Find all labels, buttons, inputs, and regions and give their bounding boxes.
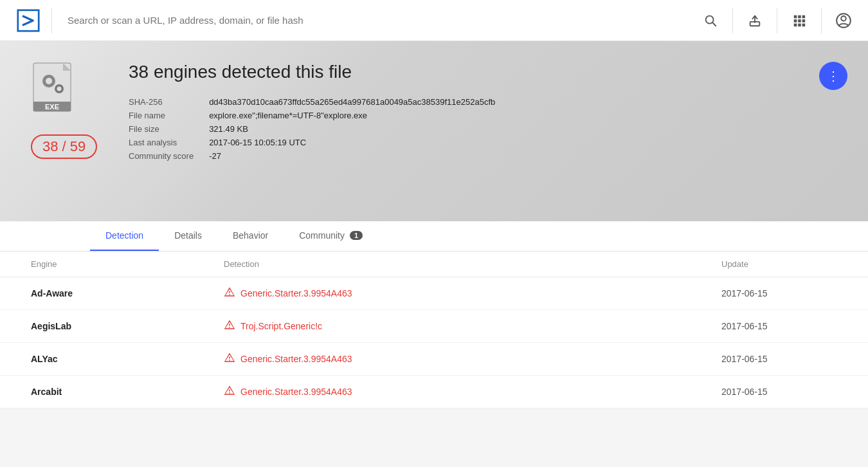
svg-rect-0 bbox=[18, 10, 39, 30]
filesize-label: File size bbox=[129, 122, 209, 136]
tab-community[interactable]: Community 1 bbox=[284, 221, 378, 251]
header-actions bbox=[696, 6, 858, 35]
grid-icon bbox=[792, 14, 806, 28]
svg-rect-12 bbox=[798, 23, 801, 26]
search-button[interactable] bbox=[696, 6, 725, 35]
detection-table: Engine Detection Update Ad-Aware Generic… bbox=[0, 252, 868, 408]
tab-detection-label: Detection bbox=[105, 230, 143, 241]
svg-rect-6 bbox=[798, 15, 801, 18]
table-row: Ad-Aware Generic.Starter.3.9954A463 2017… bbox=[0, 277, 868, 310]
community-badge: 1 bbox=[350, 231, 363, 240]
tabs-bar: Detection Details Behavior Community 1 bbox=[0, 221, 868, 252]
tab-behavior[interactable]: Behavior bbox=[217, 221, 284, 251]
table-row: AegisLab Troj.Script.Generic!c 2017-06-1… bbox=[0, 310, 868, 343]
engine-name: AegisLab bbox=[31, 321, 224, 331]
svg-text:EXE: EXE bbox=[45, 103, 59, 111]
svg-rect-11 bbox=[794, 23, 797, 26]
col-update: Update bbox=[721, 259, 837, 269]
sha256-value: dd43ba370d10caa673ffdc55a265ed4a997681a0… bbox=[209, 95, 495, 109]
search-icon bbox=[703, 14, 718, 28]
divider bbox=[732, 8, 733, 33]
filename-label: File name bbox=[129, 109, 209, 122]
svg-rect-7 bbox=[802, 15, 806, 18]
svg-rect-8 bbox=[794, 19, 797, 23]
tab-detection[interactable]: Detection bbox=[90, 221, 159, 251]
update-date: 2017-06-15 bbox=[721, 387, 837, 397]
table-header: Engine Detection Update bbox=[0, 252, 868, 277]
engine-name: Arcabit bbox=[31, 387, 224, 397]
file-icon-area: EXE bbox=[31, 62, 82, 125]
account-button[interactable] bbox=[829, 6, 858, 35]
svg-rect-5 bbox=[794, 15, 797, 18]
header-divider bbox=[51, 8, 52, 33]
col-engine: Engine bbox=[31, 259, 224, 269]
detection-cell: Troj.Script.Generic!c bbox=[224, 319, 721, 333]
hero-section: EXE 38 / 59 38 engines detected this fil… bbox=[0, 41, 868, 221]
search-input[interactable] bbox=[68, 15, 686, 26]
svg-rect-13 bbox=[802, 23, 806, 26]
svg-point-15 bbox=[841, 15, 846, 21]
meta-table: SHA-256 dd43ba370d10caa673ffdc55a265ed4a… bbox=[129, 95, 495, 163]
exe-file-icon: EXE bbox=[31, 62, 82, 123]
filesize-value: 321.49 KB bbox=[209, 122, 495, 136]
tab-details[interactable]: Details bbox=[159, 221, 217, 251]
table-row: ALYac Generic.Starter.3.9954A463 2017-06… bbox=[0, 343, 868, 376]
hero-info: 38 engines detected this file SHA-256 dd… bbox=[103, 62, 837, 163]
warning-icon bbox=[224, 319, 235, 333]
sha256-label: SHA-256 bbox=[129, 95, 209, 109]
detection-cell: Generic.Starter.3.9954A463 bbox=[224, 385, 721, 399]
col-detection: Detection bbox=[224, 259, 721, 269]
community-score-value: -27 bbox=[209, 149, 495, 163]
upload-icon bbox=[748, 14, 762, 28]
update-date: 2017-06-15 bbox=[721, 354, 837, 364]
logo-icon bbox=[17, 9, 40, 32]
detection-badge: 38 / 59 bbox=[31, 134, 97, 159]
last-analysis-label: Last analysis bbox=[129, 136, 209, 149]
svg-rect-9 bbox=[798, 19, 801, 23]
grid-button[interactable] bbox=[785, 6, 813, 35]
warning-icon bbox=[224, 286, 235, 300]
tab-behavior-label: Behavior bbox=[233, 230, 268, 241]
update-date: 2017-06-15 bbox=[721, 288, 837, 298]
warning-icon bbox=[224, 385, 235, 399]
search-area bbox=[57, 15, 696, 26]
upload-button[interactable] bbox=[741, 6, 769, 35]
community-score-label: Community score bbox=[129, 149, 209, 163]
detection-cell: Generic.Starter.3.9954A463 bbox=[224, 352, 721, 366]
detection-label: Troj.Script.Generic!c bbox=[240, 321, 322, 331]
update-date: 2017-06-15 bbox=[721, 321, 837, 331]
table-row: Arcabit Generic.Starter.3.9954A463 2017-… bbox=[0, 376, 868, 408]
tab-details-label: Details bbox=[174, 230, 202, 241]
detection-label: Generic.Starter.3.9954A463 bbox=[240, 288, 352, 298]
logo[interactable] bbox=[10, 9, 46, 32]
engine-name: ALYac bbox=[31, 354, 224, 364]
last-analysis-value: 2017-06-15 10:05:19 UTC bbox=[209, 136, 495, 149]
engine-name: Ad-Aware bbox=[31, 288, 224, 298]
detection-label: Generic.Starter.3.9954A463 bbox=[240, 354, 352, 364]
divider3 bbox=[821, 8, 822, 33]
svg-line-2 bbox=[712, 23, 716, 26]
detection-cell: Generic.Starter.3.9954A463 bbox=[224, 286, 721, 300]
svg-point-19 bbox=[46, 78, 52, 84]
svg-point-21 bbox=[57, 87, 62, 91]
more-options-button[interactable]: ⋮ bbox=[819, 62, 847, 90]
svg-rect-10 bbox=[802, 19, 806, 23]
account-icon bbox=[835, 12, 852, 29]
hero-title: 38 engines detected this file bbox=[129, 62, 837, 82]
filename-value: explore.exe";filename*=UTF-8"explore.exe bbox=[209, 109, 495, 122]
header bbox=[0, 0, 868, 41]
warning-icon bbox=[224, 352, 235, 366]
detection-label: Generic.Starter.3.9954A463 bbox=[240, 387, 352, 397]
tab-community-label: Community bbox=[299, 230, 345, 241]
divider2 bbox=[777, 8, 777, 33]
